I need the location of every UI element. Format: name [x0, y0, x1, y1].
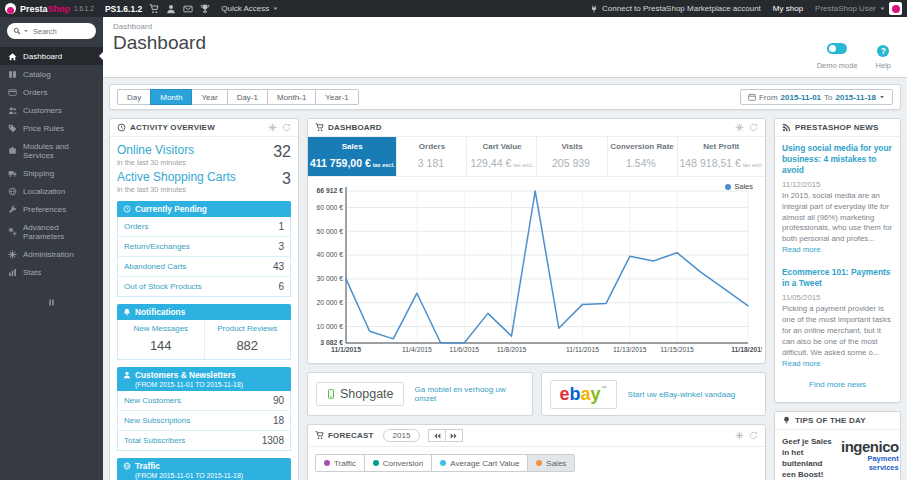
abandoned-carts-row[interactable]: Abandoned Carts43	[118, 257, 290, 277]
forecast-title: FORECAST	[328, 431, 374, 440]
new-subscriptions-row[interactable]: New Subscriptions18	[118, 411, 290, 431]
product-reviews-cell[interactable]: Product Reviews882	[204, 320, 291, 359]
sidebar-item-shipping[interactable]: Shipping	[0, 164, 103, 182]
refresh-icon[interactable]	[749, 431, 758, 440]
globe-icon	[8, 187, 17, 196]
range-day-button[interactable]: Day	[117, 89, 151, 105]
quick-access-menu[interactable]: Quick Access	[221, 4, 279, 13]
sidebar-item-catalog[interactable]: Catalog	[0, 65, 103, 83]
active-carts-row[interactable]: Active Shopping Carts in the last 30 min…	[117, 170, 291, 194]
my-shop-link[interactable]: My shop	[773, 4, 803, 13]
sidebar-item-price-rules[interactable]: Price Rules	[0, 119, 103, 137]
toggle-traffic[interactable]: Traffic	[315, 454, 365, 472]
toggle-average-cart-value[interactable]: Average Cart Value	[431, 454, 528, 472]
wrench-icon	[8, 205, 17, 214]
demo-mode-widget[interactable]: Demo mode	[817, 40, 858, 70]
help-icon[interactable]: ?	[877, 45, 889, 57]
gear-icon[interactable]	[735, 431, 744, 440]
search-icon	[13, 27, 21, 35]
range-year-1-button[interactable]: Year-1	[315, 89, 358, 105]
topbar-right: Connect to PrestaShop Marketplace accoun…	[590, 2, 902, 15]
range-day-1-button[interactable]: Day-1	[227, 89, 268, 105]
range-year-button[interactable]: Year	[191, 89, 227, 105]
collapse-menu-button[interactable]	[0, 293, 103, 311]
to-date: 2015-11-18	[836, 93, 876, 102]
dashboard-panel-header: DASHBOARD	[308, 119, 765, 137]
pending-returns-row[interactable]: Return/Exchanges3	[118, 237, 290, 257]
sidebar-item-stats[interactable]: Stats	[0, 263, 103, 281]
sidebar-item-modules[interactable]: Modules and Services	[0, 137, 103, 164]
read-more-link[interactable]: Read more	[782, 245, 821, 254]
prestashop-logo[interactable]: PrestaShop 1.6.1.2	[5, 3, 94, 14]
user-menu[interactable]: PrestaShop User	[815, 2, 902, 15]
news-article-title[interactable]: Ecommerce 101: Payments in a Tweet	[782, 267, 893, 289]
messages-icon[interactable]	[183, 4, 193, 14]
gear-icon[interactable]	[735, 123, 744, 132]
tips-panel-header: TIPS OF THE DAY	[775, 412, 900, 430]
shopgate-module-card: Shopgate Ga mobiel en verhoog uw omzet	[307, 372, 533, 416]
forecast-year[interactable]: 2015	[383, 429, 421, 442]
sidebar-item-administration[interactable]: Administration	[0, 245, 103, 263]
customers-newsletters-header: Customers & Newsletters (FROM 2015-11-01…	[117, 367, 291, 391]
shop-name-link[interactable]: PS1.6.1.2	[105, 4, 142, 14]
sidebar-item-localization[interactable]: Localization	[0, 182, 103, 200]
read-more-link[interactable]: Read more	[782, 359, 821, 368]
brand-name: PrestaShop	[20, 4, 70, 14]
help-label: Help	[876, 61, 891, 70]
chevron-down-icon[interactable]	[23, 28, 29, 34]
toggle-conversion[interactable]: Conversion	[364, 454, 432, 472]
shopgate-link[interactable]: Ga mobiel en verhoog uw omzet	[415, 385, 524, 403]
sidebar-item-label: Localization	[23, 187, 65, 196]
news-article-title[interactable]: Using social media for your business: 4 …	[782, 143, 893, 176]
online-visitors-row[interactable]: Online Visitors in the last 30 minutes 3…	[117, 143, 291, 167]
chart-legend[interactable]: Sales	[725, 182, 753, 191]
kpi-sales[interactable]: Sales411 759,00 €tax excl.	[308, 137, 397, 176]
sidebar-item-dashboard[interactable]: Dashboard	[0, 47, 103, 65]
main-area: Dashboard Dashboard Demo mode ? Help Day…	[103, 17, 907, 480]
notifications-section: Notifications New Messages144 Product Re…	[117, 304, 291, 360]
previous-year-button[interactable]	[428, 429, 446, 442]
find-more-news-link[interactable]: Find more news	[782, 380, 893, 389]
toggle-sales[interactable]: Sales	[527, 454, 575, 472]
new-customers-row[interactable]: New Customers90	[118, 391, 290, 411]
news-panel: PRESTASHOP NEWS Using social media for y…	[774, 118, 901, 403]
sidebar-item-advanced-parameters[interactable]: Advanced Parameters	[0, 218, 103, 245]
kpi-orders[interactable]: Orders3 181	[397, 137, 467, 176]
gear-icon[interactable]	[268, 123, 277, 132]
sidebar-item-preferences[interactable]: Preferences	[0, 200, 103, 218]
version-label: 1.6.1.2	[74, 5, 94, 12]
next-year-button[interactable]	[445, 429, 463, 442]
refresh-icon[interactable]	[282, 123, 291, 132]
active-carts-link[interactable]: Active Shopping Carts	[117, 170, 236, 184]
pending-orders-row[interactable]: Orders1	[118, 217, 290, 237]
search-input[interactable]	[33, 27, 90, 36]
sidebar-item-orders[interactable]: Orders	[0, 83, 103, 101]
demo-mode-toggle[interactable]	[827, 43, 847, 54]
kpi-conversion-rate[interactable]: Conversion Rate1.54%	[608, 137, 678, 176]
sidebar-search[interactable]	[7, 23, 96, 39]
online-visitors-link[interactable]: Online Visitors	[117, 143, 194, 157]
quick-access-label: Quick Access	[221, 4, 269, 13]
help-widget[interactable]: ? Help	[876, 40, 891, 70]
customers-quick-icon[interactable]	[166, 4, 176, 14]
news-panel-header: PRESTASHOP NEWS	[775, 119, 900, 137]
refresh-icon[interactable]	[749, 123, 758, 132]
active-carts-sub: in the last 30 minutes	[117, 185, 236, 194]
marketplace-link[interactable]: Connect to PrestaShop Marketplace accoun…	[590, 4, 761, 13]
range-month-1-button[interactable]: Month-1	[267, 89, 316, 105]
out-of-stock-row[interactable]: Out of Stock Products6	[118, 277, 290, 296]
book-icon	[8, 70, 17, 79]
kpi-net-profit[interactable]: Net Profit148 918,51 €tax excl.	[678, 137, 766, 176]
sidebar-item-customers[interactable]: Customers	[0, 101, 103, 119]
cart-icon[interactable]	[149, 4, 159, 14]
kpi-visits[interactable]: Visits205 939	[537, 137, 607, 176]
new-messages-cell[interactable]: New Messages144	[118, 320, 204, 359]
total-subscribers-row[interactable]: Total Subscribers1308	[118, 431, 290, 450]
date-range-picker[interactable]: From 2015-11-01 To 2015-11-18	[740, 89, 893, 105]
kpi-cart-value[interactable]: Cart Value129,44 €tax excl.	[467, 137, 537, 176]
ebay-link[interactable]: Start uw eBay-winkel vandaag	[628, 390, 736, 399]
badges-icon[interactable]	[200, 4, 210, 14]
sidebar: Dashboard Catalog Orders Customers Price…	[0, 17, 103, 480]
tag-icon	[8, 124, 17, 133]
range-month-button[interactable]: Month	[150, 89, 192, 105]
